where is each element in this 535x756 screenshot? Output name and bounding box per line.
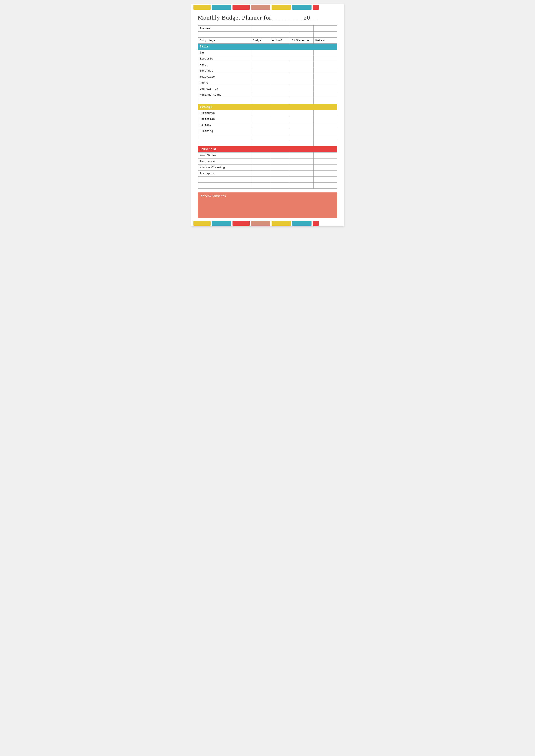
list-item: Gas <box>198 50 337 56</box>
income-notes <box>313 26 337 32</box>
spacer-row-4 <box>198 140 337 146</box>
item-television: Television <box>198 74 251 80</box>
spacer-row-1 <box>198 32 337 38</box>
list-item: Holiday <box>198 122 337 128</box>
list-item: Birthdays <box>198 110 337 116</box>
page: Monthly Budget Planner for _________ 20_… <box>191 4 344 226</box>
item-christmas: Christmas <box>198 116 251 122</box>
deco-rect-b5 <box>271 221 291 226</box>
list-item: Transport <box>198 170 337 177</box>
household-label: Household <box>198 146 337 153</box>
deco-rect-5 <box>271 5 291 10</box>
notes-section: Notes/Comments <box>198 192 337 218</box>
column-header-row: Outgoings Budget Actual Difference Notes <box>198 38 337 44</box>
col-header-difference: Difference <box>290 38 313 44</box>
list-item: Television <box>198 74 337 80</box>
list-item: Food/Drink <box>198 153 337 159</box>
income-difference <box>290 26 313 32</box>
deco-rect-6 <box>292 5 312 10</box>
item-phone: Phone <box>198 80 251 86</box>
col-header-actual: Actual <box>270 38 290 44</box>
list-item: Rent/Mortgage <box>198 92 337 98</box>
spacer-row-3 <box>198 134 337 140</box>
item-rent-mortgage: Rent/Mortgage <box>198 92 251 98</box>
bills-section-header: Bills <box>198 44 337 50</box>
item-transport: Transport <box>198 170 251 177</box>
notes-title: Notes/Comments <box>201 194 334 198</box>
deco-rect-3 <box>233 5 250 10</box>
item-gas: Gas <box>198 50 251 56</box>
top-deco-bar <box>191 4 344 10</box>
table-container: Income: Outgoings Budget Actual Differen… <box>191 25 344 189</box>
deco-rect-2 <box>212 5 231 10</box>
col-header-label: Outgoings <box>198 38 251 44</box>
list-item: Internet <box>198 68 337 74</box>
col-header-notes: Notes <box>313 38 337 44</box>
list-item: Phone <box>198 80 337 86</box>
income-row: Income: <box>198 26 337 32</box>
budget-table: Income: Outgoings Budget Actual Differen… <box>198 25 337 189</box>
item-water: Water <box>198 62 251 68</box>
deco-rect-b3 <box>233 221 250 226</box>
household-section-header: Household <box>198 146 337 153</box>
item-internet: Internet <box>198 68 251 74</box>
title-area: Monthly Budget Planner for _________ 20_… <box>191 10 344 23</box>
deco-rect-1 <box>193 5 211 10</box>
list-item: Council Tax <box>198 86 337 92</box>
col-header-budget: Budget <box>251 38 270 44</box>
deco-rect-b7 <box>313 221 319 226</box>
item-food-drink: Food/Drink <box>198 153 251 159</box>
list-item: Christmas <box>198 116 337 122</box>
deco-rect-b2 <box>212 221 231 226</box>
item-council-tax: Council Tax <box>198 86 251 92</box>
page-title: Monthly Budget Planner for _________ 20_… <box>198 14 317 21</box>
bottom-deco-bar <box>191 220 344 226</box>
list-item: Electric <box>198 56 337 62</box>
item-window-cleaning: Window Cleaning <box>198 164 251 170</box>
income-label: Income: <box>198 26 251 32</box>
bills-label: Bills <box>198 44 337 50</box>
item-birthdays: Birthdays <box>198 110 251 116</box>
list-item: Clothing <box>198 128 337 134</box>
deco-rect-b1 <box>193 221 211 226</box>
deco-rect-b6 <box>292 221 312 226</box>
item-clothing: Clothing <box>198 128 251 134</box>
spacer-row-2 <box>198 98 337 104</box>
item-electric: Electric <box>198 56 251 62</box>
item-insurance: Insurance <box>198 159 251 164</box>
deco-rect-4 <box>251 5 270 10</box>
list-item: Window Cleaning <box>198 164 337 170</box>
item-holiday: Holiday <box>198 122 251 128</box>
savings-label: Savings <box>198 104 337 110</box>
spacer-row-5 <box>198 177 337 183</box>
income-budget <box>251 26 270 32</box>
savings-section-header: Savings <box>198 104 337 110</box>
list-item: Water <box>198 62 337 68</box>
income-actual <box>270 26 290 32</box>
deco-rect-b4 <box>251 221 270 226</box>
list-item: Insurance <box>198 159 337 164</box>
deco-rect-7 <box>313 5 319 10</box>
spacer-row-6 <box>198 183 337 189</box>
